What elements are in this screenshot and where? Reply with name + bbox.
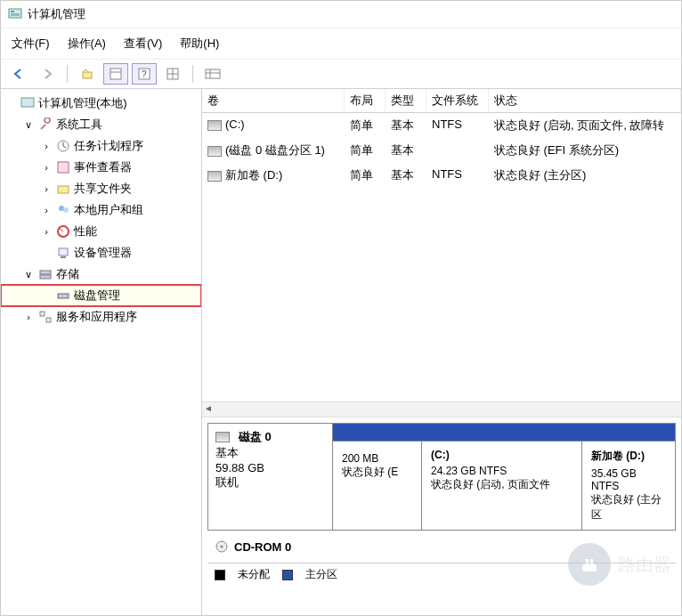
menu-help[interactable]: 帮助(H) <box>180 36 219 52</box>
vol-layout: 简单 <box>345 141 386 160</box>
part-status: 状态良好 (主分区 <box>591 492 666 523</box>
disk-label: 磁盘 0 <box>239 429 272 445</box>
tree-local-users-label: 本地用户和组 <box>74 202 143 218</box>
svg-rect-17 <box>58 186 69 193</box>
col-fs[interactable]: 文件系统 <box>426 89 489 112</box>
tree-device-manager[interactable]: 设备管理器 <box>1 242 201 263</box>
volume-row[interactable]: (磁盘 0 磁盘分区 1) 简单 基本 状态良好 (EFI 系统分区) <box>202 138 681 163</box>
watermark: 路由器 <box>568 543 671 586</box>
col-status[interactable]: 状态 <box>489 89 681 112</box>
tb-list[interactable] <box>200 63 225 85</box>
titlebar: 计算机管理 <box>1 1 681 28</box>
col-layout[interactable]: 布局 <box>345 89 386 112</box>
cd-icon <box>215 539 229 554</box>
svg-rect-24 <box>40 271 51 274</box>
tree-shared-folders[interactable]: › 共享文件夹 <box>1 178 201 199</box>
legend-swatch-primary <box>282 570 293 580</box>
legend-unalloc-label: 未分配 <box>238 567 270 582</box>
forward-button[interactable] <box>35 63 60 85</box>
tree-local-users[interactable]: › 本地用户和组 <box>1 199 201 221</box>
tree-root[interactable]: 计算机管理(本地) <box>1 93 201 114</box>
expand-icon[interactable]: › <box>40 141 53 151</box>
menu-action[interactable]: 操作(A) <box>68 36 106 52</box>
tree-storage-label: 存储 <box>56 266 79 282</box>
tree-event-viewer-label: 事件查看器 <box>74 159 132 175</box>
event-icon <box>56 160 70 174</box>
vol-fs <box>426 141 489 160</box>
menu-view[interactable]: 查看(V) <box>124 36 162 52</box>
part-name: 新加卷 (D:) <box>591 449 666 464</box>
disk-size: 59.88 GB <box>215 461 325 474</box>
tree-disk-management[interactable]: 磁盘管理 <box>1 285 201 306</box>
folder-icon <box>56 182 70 196</box>
svg-rect-32 <box>586 559 589 564</box>
tree-disk-management-label: 磁盘管理 <box>74 288 120 304</box>
tree-storage[interactable]: ∨ 存储 <box>1 263 201 285</box>
tree-system-tools-label: 系统工具 <box>56 117 102 133</box>
horizontal-scrollbar[interactable] <box>202 401 681 417</box>
col-volume[interactable]: 卷 <box>202 89 345 112</box>
disk-status: 联机 <box>215 474 325 490</box>
services-icon <box>38 310 53 324</box>
svg-rect-23 <box>61 256 66 258</box>
computer-icon <box>20 96 35 110</box>
separator <box>67 65 68 83</box>
legend-swatch-unalloc <box>215 570 225 580</box>
tree-system-tools[interactable]: ∨ 系统工具 <box>1 114 201 135</box>
vol-layout: 简单 <box>345 166 386 185</box>
expand-icon[interactable]: › <box>40 226 53 237</box>
volume-row[interactable]: 新加卷 (D:) 简单 基本 NTFS 状态良好 (主分区) <box>202 163 681 188</box>
tree-services-apps[interactable]: › 服务和应用程序 <box>1 306 201 328</box>
tb-refresh[interactable] <box>160 63 185 85</box>
partition-c[interactable]: (C:) 24.23 GB NTFS 状态良好 (启动, 页面文件 <box>422 442 582 530</box>
app-icon <box>8 7 22 21</box>
vol-name: 新加卷 (D:) <box>225 168 282 182</box>
tree-event-viewer[interactable]: › 事件查看器 <box>1 157 201 178</box>
col-type[interactable]: 类型 <box>386 89 426 112</box>
tb-view1[interactable] <box>103 63 128 85</box>
tb-view2[interactable]: ? <box>132 63 157 85</box>
vol-name: (磁盘 0 磁盘分区 1) <box>225 143 325 157</box>
partition-d[interactable]: 新加卷 (D:) 35.45 GB NTFS 状态良好 (主分区 <box>582 442 675 530</box>
svg-rect-28 <box>46 318 51 322</box>
storage-icon <box>38 267 53 281</box>
expand-icon[interactable]: › <box>40 162 53 173</box>
tree-task-scheduler-label: 任务计划程序 <box>74 138 143 154</box>
collapse-icon[interactable]: ∨ <box>22 119 35 131</box>
volume-icon <box>207 146 222 157</box>
vol-type: 基本 <box>386 141 426 160</box>
part-size: 200 MB <box>342 452 412 465</box>
svg-rect-16 <box>58 162 69 173</box>
expand-icon[interactable]: › <box>40 205 53 215</box>
svg-line-21 <box>60 229 63 231</box>
expand-icon[interactable]: › <box>40 183 53 194</box>
menu-file[interactable]: 文件(F) <box>12 36 50 52</box>
tree-performance[interactable]: › 性能 <box>1 221 201 242</box>
up-button[interactable] <box>75 63 100 85</box>
collapse-icon[interactable]: ∨ <box>22 269 35 280</box>
part-size: 35.45 GB NTFS <box>591 467 666 492</box>
disk-0[interactable]: 磁盘 0 基本 59.88 GB 联机 200 MB 状态良好 (E <box>207 423 676 531</box>
vol-status: 状态良好 (启动, 页面文件, 故障转 <box>489 116 681 135</box>
tree-root-label: 计算机管理(本地) <box>38 95 127 111</box>
tree-task-scheduler[interactable]: › 任务计划程序 <box>1 135 201 157</box>
vol-fs: NTFS <box>426 166 489 185</box>
disk-mgmt-icon <box>56 288 70 303</box>
back-button[interactable] <box>6 63 31 85</box>
users-icon <box>56 203 70 217</box>
partition-efi[interactable]: 200 MB 状态良好 (E <box>333 442 422 530</box>
vol-status: 状态良好 (主分区) <box>489 166 681 185</box>
tools-icon <box>38 118 53 132</box>
svg-point-19 <box>63 207 69 213</box>
svg-rect-2 <box>11 13 20 16</box>
svg-rect-25 <box>40 275 51 279</box>
vol-fs: NTFS <box>426 116 489 135</box>
svg-rect-14 <box>21 98 34 107</box>
expand-icon[interactable]: › <box>22 312 35 322</box>
disk-info: 磁盘 0 基本 59.88 GB 联机 <box>208 424 333 530</box>
router-icon <box>568 543 611 586</box>
svg-rect-27 <box>40 312 45 316</box>
svg-point-30 <box>221 546 223 548</box>
volume-row[interactable]: (C:) 简单 基本 NTFS 状态良好 (启动, 页面文件, 故障转 <box>202 113 681 138</box>
clock-icon <box>56 139 70 153</box>
